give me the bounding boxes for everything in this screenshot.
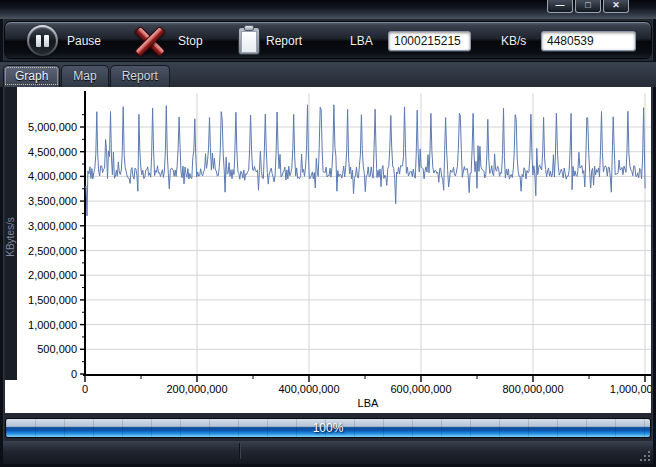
svg-text:3,000,000: 3,000,000 [28,220,77,232]
verify-chart: KBytes/s0500,0001,000,0001,500,0002,000,… [5,87,651,413]
lba-input[interactable] [388,31,471,51]
svg-text:2,000,000: 2,000,000 [28,269,77,281]
report-button-label: Report [266,34,302,48]
app-window: Disk TS512GSSD230S-I776260988 task : VR-… [0,0,656,467]
svg-text:KBytes/s: KBytes/s [5,217,16,256]
maximize-button[interactable]: □ [575,0,601,13]
status-divider [239,443,241,459]
svg-text:2,500,000: 2,500,000 [28,245,77,257]
svg-text:1,500,000: 1,500,000 [28,294,77,306]
close-button[interactable]: ✕ [603,0,629,13]
svg-text:5,000,000: 5,000,000 [28,121,77,133]
svg-text:0: 0 [82,383,88,395]
svg-text:200,000,000: 200,000,000 [166,383,227,395]
svg-text:1,000,000,000: 1,000,000,000 [610,383,651,395]
lba-label: LBA [350,34,373,48]
tab-graph[interactable]: Graph [3,65,60,87]
tab-report[interactable]: Report [110,65,170,87]
report-icon [238,27,260,55]
status-bar [3,441,653,464]
svg-text:4,000,000: 4,000,000 [28,170,77,182]
kbs-input[interactable] [541,31,636,51]
svg-text:3,500,000: 3,500,000 [28,195,77,207]
tab-bar: Graph Map Report [0,61,656,87]
svg-text:LBA: LBA [358,397,379,409]
stop-button-label: Stop [178,34,203,48]
tab-map[interactable]: Map [61,65,108,87]
minimize-button[interactable]: — [547,0,573,13]
pause-button-label: Pause [67,34,101,48]
progress-label: 100% [6,419,650,437]
svg-text:500,000: 500,000 [37,343,77,355]
resize-grip-icon[interactable] [640,451,651,462]
stop-icon [132,27,168,55]
pause-button[interactable]: Pause [5,22,115,60]
progress-bar: 100% [5,418,651,438]
pause-icon [27,25,58,56]
graph-panel: KBytes/s0500,0001,000,0001,500,0002,000,… [5,87,651,413]
svg-text:1,000,000: 1,000,000 [28,319,77,331]
window-controls: — □ ✕ [547,0,629,13]
svg-text:0: 0 [71,368,77,380]
svg-text:800,000,000: 800,000,000 [502,383,563,395]
kbs-label: KB/s [501,34,526,48]
svg-text:4,500,000: 4,500,000 [28,146,77,158]
svg-text:400,000,000: 400,000,000 [278,383,339,395]
svg-text:600,000,000: 600,000,000 [390,383,451,395]
toolbar: Pause Stop Report LBA KB/s [4,21,652,59]
